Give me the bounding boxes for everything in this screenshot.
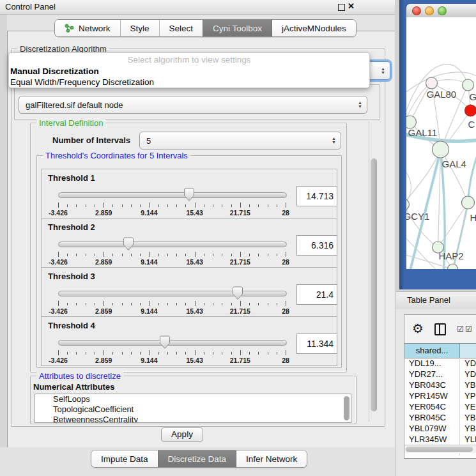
network-node-label: HAP2 [439,250,464,261]
axis-tick-label: 2.859 [95,258,112,266]
tab-infer-network[interactable]: Infer Network [236,450,307,467]
axis-tick-label: -3.426 [49,307,68,315]
network-edge[interactable] [438,150,441,247]
tab-cyni-toolbox[interactable]: Cyni Toolbox [203,20,272,36]
minimize-traffic-light-icon[interactable] [425,6,434,15]
axis-tick-label: 21.715 [230,258,250,266]
table-cell: YPR145W [460,390,476,401]
table-row[interactable]: YER054CYER054C [404,401,476,412]
network-node-label: GCY1 [406,211,429,222]
apply-button[interactable]: Apply [161,427,203,442]
table-data-select[interactable]: galFiltered.sif default node ▲▼ [19,96,367,114]
threshold-slider[interactable]: -3.4262.8599.14415.4321.71528 [58,188,286,215]
table-cell: YBR045C [460,412,476,423]
float-window-icon[interactable] [338,4,345,11]
table-cell: YBR043C [460,380,476,390]
table-row[interactable]: YPR145WYPR145W [404,390,476,401]
table-row[interactable]: YDR27...YDR27... [404,369,476,380]
settings-scrollbar-thumb[interactable] [371,158,377,411]
network-edge[interactable] [406,150,441,204]
threshold-label: Threshold 4 [48,321,95,330]
select-all-checkbox-icon[interactable]: ☑ [457,325,464,334]
gear-icon[interactable]: ⚙ [412,321,424,336]
column-header-2[interactable]: name [460,344,476,358]
tab-jactivemnodules[interactable]: jActiveMNodules [272,20,356,36]
tab-select[interactable]: Select [159,20,203,36]
network-node[interactable] [426,77,438,89]
combo-stepper-icon: ▲▼ [381,67,385,75]
network-node[interactable] [463,79,474,91]
attributes-list-scrollbar-thumb[interactable] [344,396,349,420]
attribute-list-item[interactable]: SelfLoops [35,394,351,404]
settings-scrollbar[interactable] [369,121,378,422]
network-node-label: GAL11 [408,127,438,138]
axis-tick-label: 28 [282,209,289,217]
dropdown-item[interactable]: Manual Discretization [9,66,369,77]
threshold-panel: Threshold 3-3.4262.8599.14415.4321.71528 [41,267,337,317]
network-edge-highlight[interactable] [468,153,476,203]
table-horizontal-scrollbar-thumb[interactable] [406,447,473,452]
axis-tick-label: 15.43 [186,258,203,266]
column-header-1[interactable]: shared... [404,344,460,358]
tab-label: Style [130,24,150,33]
network-node[interactable] [465,105,476,116]
tab-discretize-data[interactable]: Discretize Data [158,450,236,467]
axis-tick-label: 9.144 [141,258,157,266]
slider-thumb[interactable] [232,286,243,300]
threshold-value-field[interactable] [296,334,337,354]
network-node[interactable] [433,141,449,158]
network-node-label: GAL80 [427,89,457,100]
table-toolbar: ⚙ ☑ ☑ [404,315,476,343]
table-row[interactable]: YLR345WYLR345W [404,434,476,445]
tab-impute-data[interactable]: Impute Data [91,450,158,467]
node-attribute-table: ⚙ ☑ ☑ shared...name YDL19...YDL19...YDR2… [404,314,476,459]
threshold-slider[interactable]: -3.4262.8599.14415.4321.71528 [58,336,286,363]
table-row[interactable]: YBR045CYBR045C [404,412,476,423]
network-node-label: GA [470,91,476,102]
threshold-label: Threshold 2 [48,222,95,232]
combo-stepper-icon: ▲▼ [332,137,336,144]
tab-label: Infer Network [246,454,297,464]
threshold-value-field[interactable] [296,186,337,206]
close-traffic-light-icon[interactable] [412,6,421,15]
threshold-slider[interactable]: -3.4262.8599.14415.4321.71528 [58,238,286,265]
table-row[interactable]: YBR043CYBR043C [404,380,476,390]
numerical-attributes-list[interactable]: SelfLoopsTopologicalCoefficientBetweenne… [35,394,351,423]
tab-style[interactable]: Style [120,20,159,36]
network-node-label: GAL4 [442,158,466,169]
slider-thumb[interactable] [159,335,171,349]
network-node[interactable] [406,116,417,128]
attribute-list-item[interactable]: BetweennessCentrality [35,415,351,423]
threshold-label: Threshold 3 [48,272,95,281]
tab-network[interactable]: Network [55,20,120,36]
dropdown-item[interactable]: Equal Width/Frequency Discretization [9,77,369,88]
threshold-panel: Threshold 4-3.4262.8599.14415.4321.71528 [41,316,337,366]
slider-track [58,340,287,346]
slider-track [58,242,287,247]
slider-thumb[interactable] [183,188,195,202]
columns-icon[interactable] [434,323,446,335]
attribute-list-item[interactable]: TopologicalCoefficient [35,404,351,415]
table-row[interactable]: YBL079WYBL079W [404,423,476,434]
number-of-intervals-select[interactable]: 5 ▲▼ [139,132,341,150]
threshold-value-field[interactable] [296,235,337,256]
thresholds-group-title: Threshold's Coordinates for 5 Intervals [43,151,190,160]
attributes-group-title: Attributes to discretize [36,371,123,381]
zoom-traffic-light-icon[interactable] [438,6,447,15]
network-node[interactable] [462,196,475,209]
slider-thumb[interactable] [123,237,134,251]
network-view-canvas[interactable]: GAL80GACGAL11GAL4GCY1HHAP2 [406,17,476,269]
table-row[interactable]: YDL19...YDL19... [404,358,476,369]
table-data-value: galFiltered.sif default node [26,100,123,110]
network-icon [65,24,74,33]
select-none-checkbox-icon[interactable]: ☑ [465,325,472,334]
network-node[interactable] [406,199,410,210]
control-panel-title: Control Panel [5,2,56,12]
threshold-slider[interactable]: -3.4262.8599.14415.4321.71528 [58,287,286,314]
network-node[interactable] [448,264,458,269]
close-panel-icon[interactable]: ✕ [348,1,355,11]
table-horizontal-scrollbar[interactable] [404,445,476,453]
number-of-intervals-value: 5 [146,136,151,146]
threshold-value-field[interactable] [296,284,337,305]
axis-tick-label: 9.144 [141,307,157,315]
